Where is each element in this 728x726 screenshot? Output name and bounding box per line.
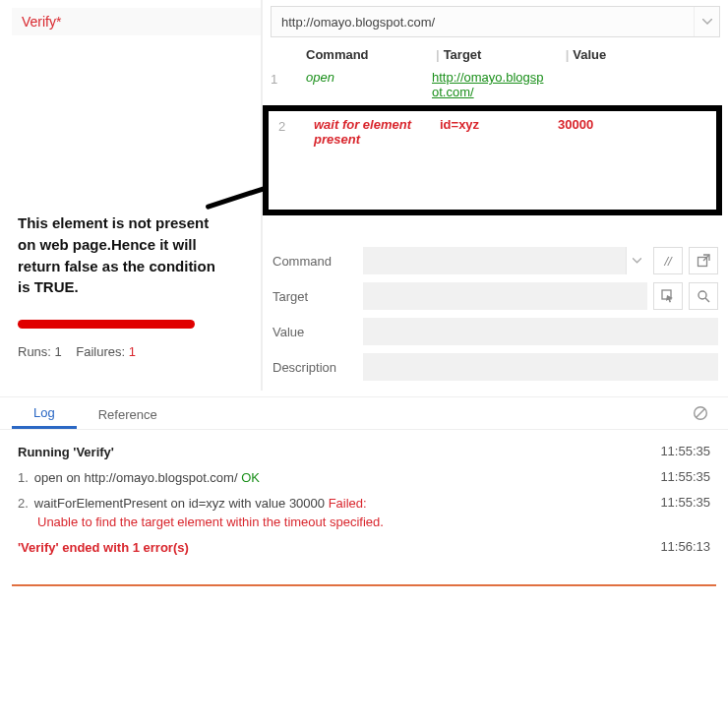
target-field-row: Target <box>273 282 718 310</box>
table-row[interactable]: 2 wait for element present id=xyz 30000 <box>271 113 714 151</box>
highlighted-row-box: 2 wait for element present id=xyz 30000 <box>263 105 722 215</box>
log-timestamp: 11:55:35 <box>660 469 710 487</box>
log-line: 1.open on http://omayo.blogspot.com/ OK … <box>18 465 710 491</box>
runs-label: Runs: <box>18 344 51 359</box>
log-body: Running 'Verify' 11:55:35 1.open on http… <box>0 430 728 571</box>
runs-count: 1 <box>55 344 62 359</box>
disable-button[interactable]: // <box>653 247 683 274</box>
cell-target: id=xyz <box>440 117 558 132</box>
row-index: 2 <box>278 117 314 134</box>
target-input[interactable] <box>363 282 647 310</box>
command-editor: Command // Target <box>273 247 718 381</box>
base-url-text[interactable]: http://omayo.blogspot.com/ <box>272 15 694 30</box>
search-icon[interactable] <box>689 282 718 310</box>
table-row[interactable]: 1 open http://omayo.blogspot.com/ <box>263 66 728 103</box>
progress-bar <box>18 320 195 329</box>
value-field-row: Value <box>273 318 718 345</box>
header-target: Target <box>444 47 562 62</box>
cell-command: open <box>306 70 432 85</box>
tab-reference[interactable]: Reference <box>77 399 179 428</box>
log-line: 2.waitForElementPresent on id=xyz with v… <box>18 491 710 534</box>
value-label: Value <box>273 325 357 339</box>
annotation-text: This element is not present on web page.… <box>12 212 218 298</box>
command-field-row: Command // <box>273 247 718 274</box>
header-value: Value <box>573 47 720 62</box>
command-label: Command <box>273 254 357 269</box>
log-timestamp: 11:55:35 <box>660 444 710 461</box>
svg-line-3 <box>705 298 709 302</box>
svg-point-2 <box>698 291 706 299</box>
tab-log[interactable]: Log <box>12 397 77 429</box>
description-field-row: Description <box>273 353 718 381</box>
failures-count: 1 <box>129 344 136 359</box>
log-line: Running 'Verify' 11:55:35 <box>18 440 710 465</box>
target-label: Target <box>273 289 357 304</box>
select-target-icon[interactable] <box>653 282 683 310</box>
header-command: Command <box>306 47 432 62</box>
value-input[interactable] <box>363 318 718 345</box>
chevron-down-icon[interactable] <box>626 247 647 274</box>
clear-log-icon[interactable] <box>693 405 716 421</box>
grid-header: Command | Target | Value <box>263 41 728 66</box>
annotation-connector <box>205 185 268 210</box>
svg-line-5 <box>697 409 705 418</box>
description-input[interactable] <box>363 353 718 381</box>
failures-label: Failures: <box>76 344 125 359</box>
cell-target: http://omayo.blogspot.com/ <box>432 70 550 99</box>
command-input[interactable] <box>363 247 626 274</box>
log-tabs: Log Reference <box>0 396 728 430</box>
new-window-icon[interactable] <box>689 247 718 274</box>
log-line: 'Verify' ended with 1 error(s) 11:56:13 <box>18 535 710 561</box>
footer-divider <box>12 584 716 586</box>
row-index: 1 <box>271 70 306 87</box>
cell-value: 30000 <box>558 117 706 132</box>
log-timestamp: 11:55:35 <box>660 495 710 530</box>
test-title[interactable]: Verify* <box>12 8 261 35</box>
chevron-down-icon[interactable] <box>694 7 719 36</box>
cell-command: wait for element present <box>314 117 440 147</box>
log-timestamp: 11:56:13 <box>660 539 710 557</box>
run-stats: Runs: 1 Failures: 1 <box>12 336 261 371</box>
description-label: Description <box>273 360 357 375</box>
base-url-combo[interactable]: http://omayo.blogspot.com/ <box>271 6 720 37</box>
